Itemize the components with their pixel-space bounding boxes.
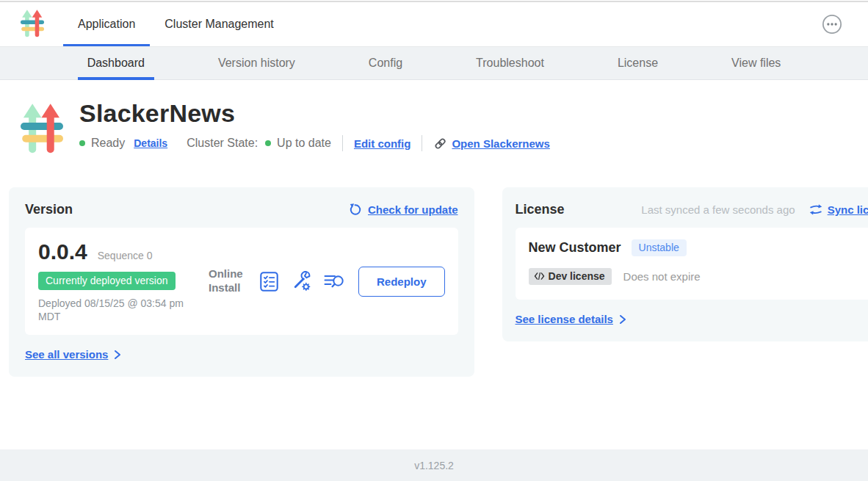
config-wrench-icon	[291, 271, 311, 292]
console-version: v1.125.2	[414, 460, 454, 471]
channel-badge: Unstable	[632, 239, 687, 256]
subnav-item-license[interactable]: License	[608, 47, 668, 79]
open-app-link-label: Open Slackernews	[452, 137, 549, 150]
view-logs-button[interactable]	[324, 272, 345, 291]
version-card-title: Version	[25, 202, 73, 217]
tab-cluster-management-label: Cluster Management	[164, 18, 274, 31]
check-for-update-link[interactable]: Check for update	[348, 203, 458, 217]
current-version-panel: 0.0.4 Sequence 0 Currently deployed vers…	[25, 228, 458, 335]
subnav-item-view-files[interactable]: View files	[722, 47, 790, 79]
tab-application-label: Application	[78, 18, 135, 31]
sync-license-label: Sync license	[828, 203, 868, 216]
link-icon	[433, 137, 447, 151]
slackernews-logo-icon	[21, 9, 44, 40]
console-footer: v1.125.2	[0, 449, 868, 481]
license-card-title: License	[516, 202, 565, 217]
chevron-right-icon	[114, 350, 121, 360]
divider	[422, 135, 422, 151]
preflight-checks-icon	[260, 272, 278, 292]
chevron-right-icon	[619, 314, 626, 325]
top-nav-spacer	[289, 2, 821, 46]
app-status-dot	[79, 140, 85, 146]
ellipsis-circle-icon	[822, 14, 842, 35]
app-status-text: Ready	[91, 137, 125, 150]
deployed-status-badge: Currently deployed version	[38, 272, 176, 290]
redeploy-button[interactable]: Redeploy	[358, 267, 445, 297]
sync-arrows-icon	[809, 203, 823, 216]
cluster-state-dot	[265, 140, 271, 146]
check-for-update-label: Check for update	[368, 203, 458, 216]
last-synced-text: Last synced a few seconds ago	[641, 203, 795, 216]
tab-cluster-management[interactable]: Cluster Management	[150, 2, 289, 46]
license-expiry: Does not expire	[623, 270, 701, 283]
app-sub-nav: Dashboard Version history Config Trouble…	[0, 46, 868, 80]
sync-license-link[interactable]: Sync license	[809, 203, 868, 216]
top-nav: Application Cluster Management	[0, 2, 868, 46]
divider	[342, 135, 343, 151]
subnav-item-version-history[interactable]: Version history	[209, 47, 305, 79]
app-header: SlackerNews Ready Details Cluster State:…	[0, 80, 868, 158]
subnav-version-history-label: Version history	[218, 57, 295, 70]
license-type-label: Dev license	[549, 270, 605, 282]
see-all-versions-link[interactable]: See all versions	[25, 348, 458, 361]
refresh-icon	[348, 203, 362, 217]
version-action-icons	[260, 271, 345, 292]
app-status-row: Ready Details Cluster State: Up to date …	[79, 135, 550, 151]
edit-config-link[interactable]: Edit config	[354, 137, 411, 150]
preflight-checks-button[interactable]	[260, 272, 278, 292]
subnav-item-config[interactable]: Config	[359, 47, 412, 79]
code-icon	[534, 272, 545, 281]
subnav-troubleshoot-label: Troubleshoot	[476, 57, 544, 70]
see-license-details-link[interactable]: See license details	[516, 313, 868, 325]
see-all-versions-label: See all versions	[25, 348, 108, 361]
version-card: Version Check for update 0.0.4 Sequence …	[9, 187, 474, 377]
page-title: SlackerNews	[79, 99, 550, 128]
subnav-view-files-label: View files	[731, 57, 781, 70]
subnav-license-label: License	[618, 57, 658, 70]
install-type-label: Online Install	[209, 267, 247, 295]
customer-name: New Customer	[529, 240, 621, 256]
app-logo-small	[21, 2, 44, 46]
app-logo-large	[21, 102, 63, 158]
cluster-state-label: Cluster State:	[187, 137, 258, 150]
cluster-state-value: Up to date	[277, 137, 331, 150]
subnav-item-troubleshoot[interactable]: Troubleshoot	[466, 47, 554, 79]
license-card: License Last synced a few seconds ago Sy…	[502, 187, 868, 341]
slackernews-logo-icon-large	[21, 102, 63, 158]
admin-console-page: Application Cluster Management Dashboard…	[0, 0, 868, 481]
status-details-link[interactable]: Details	[134, 137, 167, 149]
edit-config-button[interactable]	[291, 271, 311, 292]
dashboard-cards: Version Check for update 0.0.4 Sequence …	[0, 158, 868, 377]
see-license-details-label: See license details	[516, 313, 613, 325]
subnav-dashboard-label: Dashboard	[87, 57, 145, 70]
license-type-badge: Dev license	[529, 268, 612, 285]
version-sequence: Sequence 0	[98, 250, 153, 261]
version-number: 0.0.4	[38, 239, 87, 264]
open-app-link[interactable]: Open Slackernews	[433, 137, 549, 151]
more-menu-button[interactable]	[821, 13, 843, 35]
top-nav-tabs: Application Cluster Management	[63, 2, 289, 46]
subnav-config-label: Config	[369, 57, 402, 70]
deployed-timestamp: Deployed 08/15/25 @ 03:54 pm MDT	[38, 297, 196, 323]
view-logs-icon	[324, 272, 345, 291]
license-panel: New Customer Unstable Dev license Does n…	[516, 228, 868, 300]
tab-application[interactable]: Application	[63, 2, 150, 46]
subnav-item-dashboard[interactable]: Dashboard	[78, 47, 154, 79]
